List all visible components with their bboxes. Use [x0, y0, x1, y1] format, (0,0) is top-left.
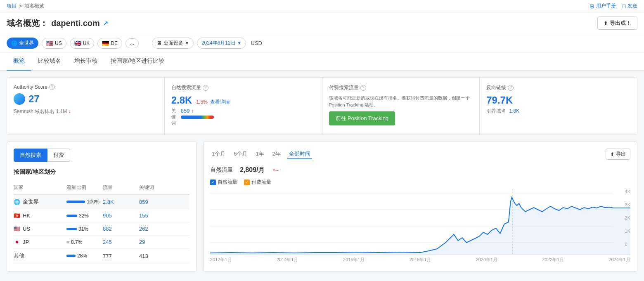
breadcrumb-current: 域名概览: [24, 2, 44, 9]
col-keywords: 关键词: [139, 184, 164, 191]
paid-traffic-note: 该域名可能是新的或现在没有排名。要获得付费流量的数据，创建一个 Position…: [329, 94, 473, 108]
traffic-bar-other: 28%: [66, 253, 99, 259]
filter-uk[interactable]: 🇬🇧 UK: [70, 38, 95, 49]
right-panel: 1个月 6个月 1年 2年 全部时间 ⬆ 导出 自然流量 2,809/月 ←: [203, 142, 637, 272]
backlinks-value: 79.7K: [486, 94, 630, 106]
world-icon: 🌐: [11, 40, 17, 46]
left-panel: 自然搜索 付费 按国家/地区划分 国家 流量比例 流量 关键词 🌐 全世界 10…: [7, 142, 197, 272]
keyword-arrow-icon: ↓: [191, 108, 194, 114]
traffic-us-link[interactable]: 882: [103, 226, 136, 232]
breadcrumb-project[interactable]: 项目: [7, 2, 17, 9]
date-chevron-icon: ▼: [237, 41, 242, 45]
col-country: 国家: [14, 184, 63, 191]
top-bar: 项目 > 域名概览 ⊞ 用户手册 □ 发送: [0, 0, 644, 12]
country-name-jp: 🇯🇵 JP: [14, 239, 63, 245]
tab-overview[interactable]: 概览: [7, 52, 31, 71]
main-content: Authority Score ? 27 Semrush 域名排名 1.1M ↓…: [0, 71, 644, 278]
country-section-title: 按国家/地区划分: [14, 168, 189, 176]
x-axis-labels: 2012年1月 2014年1月 2016年1月 2018年1月 2020年1月 …: [210, 255, 630, 264]
traffic-bar-hk: 32%: [66, 213, 99, 219]
table-row: 🇭🇰 HK 32% 905 155: [14, 209, 189, 222]
table-row: 其他 28% 777 413: [14, 249, 189, 263]
tab-growth[interactable]: 增长审核: [68, 52, 104, 71]
domain-name: dapenti.com: [51, 19, 100, 28]
traffic-bar-fill: [66, 215, 77, 217]
domain-external-link[interactable]: ↗: [103, 20, 108, 26]
keywords-world-link[interactable]: 859: [139, 199, 164, 205]
legend-organic: ✓ 自然流量: [210, 179, 237, 186]
user-manual-link[interactable]: ⊞ 用户手册: [590, 2, 616, 9]
device-icon: 🖥: [156, 40, 162, 46]
traffic-bar-us: 31%: [66, 226, 99, 232]
chart-export-button[interactable]: ⬆ 导出: [606, 149, 630, 160]
organic-traffic-card: 自然搜索流量 ? 2.8K -1.5% 查看详情 关键词 859 ↓: [165, 78, 322, 135]
send-feedback-link[interactable]: □ 发送: [623, 2, 637, 9]
uk-flag-icon: 🇬🇧: [74, 40, 81, 47]
filter-de[interactable]: 🇩🇪 DE: [97, 38, 122, 49]
tab-country-compare[interactable]: 按国家/地区进行比较: [104, 52, 171, 71]
traffic-bar-fill: [66, 228, 77, 230]
col-traffic-pct: 流量比例: [66, 184, 99, 191]
keyword-label: 关键词: [171, 108, 176, 125]
chart-area: 4K 3K 2K 1K 0: [210, 189, 630, 255]
authority-score-info-icon[interactable]: ?: [49, 84, 55, 90]
user-manual-icon: ⊞: [590, 3, 594, 9]
legend-paid-checkbox[interactable]: ✓: [244, 179, 250, 185]
chart-value: 2,809/月: [240, 166, 265, 175]
legend-organic-checkbox[interactable]: ✓: [210, 179, 216, 185]
traffic-world-link[interactable]: 2.8K: [103, 199, 136, 205]
keywords-hk-link[interactable]: 155: [139, 213, 164, 219]
paid-traffic-card: 付费搜索流量 ? 该域名可能是新的或现在没有排名。要获得付费流量的数据，创建一个…: [322, 78, 480, 135]
chevron-down-icon: ▼: [185, 41, 189, 45]
filter-bar: 🌐 全世界 🇺🇸 US 🇬🇧 UK 🇩🇪 DE ... 🖥 桌面设备 ▼ 202…: [0, 34, 644, 52]
traffic-hk-link[interactable]: 905: [103, 213, 136, 219]
chart-header: 自然流量 2,809/月 ←: [210, 165, 630, 175]
authority-score-card: Authority Score ? 27 Semrush 域名排名 1.1M ↓: [7, 78, 165, 135]
position-tracking-button[interactable]: 前往 Position Tracking: [329, 111, 395, 125]
traffic-jp-link[interactable]: 245: [103, 239, 136, 245]
tab-compare[interactable]: 比较域名: [31, 52, 68, 71]
chart-arrow-indicator: ←: [270, 164, 281, 176]
table-row: 🇺🇸 US 31% 882 262: [14, 222, 189, 236]
authority-score-value: 27: [28, 93, 40, 105]
semrush-rank: Semrush 域名排名 1.1M ↓: [14, 108, 158, 115]
paid-traffic-info-icon[interactable]: ?: [360, 85, 366, 91]
keyword-count: 859: [181, 108, 190, 114]
ref-domains-label: 引荐域名 1.8K: [486, 108, 630, 115]
paid-traffic-label: 付费搜索流量: [329, 84, 359, 91]
keywords-us-link[interactable]: 262: [139, 226, 164, 232]
country-name-hk: 🇭🇰 HK: [14, 213, 63, 219]
traffic-bar-world: 100%: [66, 199, 99, 205]
time-btn-2year[interactable]: 2年: [271, 149, 282, 159]
world-flag-icon: 🌐: [14, 199, 20, 205]
filter-world[interactable]: 🌐 全世界: [7, 38, 38, 49]
traffic-chart: [210, 189, 630, 255]
organic-traffic-label: 自然搜索流量: [171, 84, 201, 91]
keywords-jp-link[interactable]: 29: [139, 239, 164, 245]
filter-us[interactable]: 🇺🇸 US: [42, 38, 66, 49]
export-icon: ⬆: [604, 20, 608, 26]
filter-device[interactable]: 🖥 桌面设备 ▼: [152, 38, 194, 49]
filter-date[interactable]: 2024年6月12日 ▼: [197, 38, 246, 49]
time-btn-1year[interactable]: 1年: [254, 149, 265, 159]
time-btn-1month[interactable]: 1个月: [210, 149, 227, 159]
country-name-world: 🌐 全世界: [14, 198, 63, 205]
tab-paid[interactable]: 付费: [47, 149, 70, 162]
filter-more[interactable]: ...: [125, 38, 139, 48]
top-bar-actions: ⊞ 用户手册 □ 发送: [590, 2, 637, 9]
domain-overview-label: 域名概览：: [7, 18, 48, 29]
view-detail-link[interactable]: 查看详情: [210, 99, 230, 106]
hk-flag-icon: 🇭🇰: [14, 213, 20, 219]
nav-tabs: 概览 比较域名 增长审核 按国家/地区进行比较: [0, 52, 644, 71]
export-button[interactable]: ⬆ 导出成！: [597, 17, 637, 30]
time-btn-6month[interactable]: 6个月: [232, 149, 249, 159]
de-flag-icon: 🇩🇪: [102, 40, 109, 47]
backlinks-label: 反向链接: [486, 84, 506, 91]
backlinks-info-icon[interactable]: ?: [508, 85, 514, 91]
search-type-tabs: 自然搜索 付费: [14, 149, 189, 162]
time-btn-all[interactable]: 全部时间: [287, 149, 312, 159]
domain-title: 域名概览： dapenti.com ↗: [7, 18, 108, 29]
us-flag-icon: 🇺🇸: [46, 40, 53, 47]
organic-traffic-info-icon[interactable]: ?: [203, 85, 208, 91]
tab-organic[interactable]: 自然搜索: [14, 149, 47, 162]
